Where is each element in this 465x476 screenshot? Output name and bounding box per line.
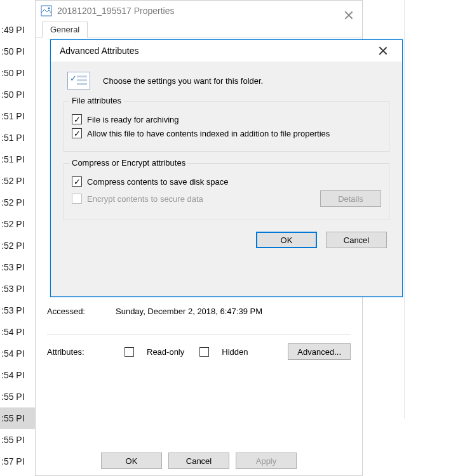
list-item[interactable]: :49 PI	[0, 19, 35, 41]
readonly-checkbox[interactable]	[125, 347, 134, 357]
encrypt-checkbox	[72, 194, 82, 204]
readonly-label: Read-only	[147, 347, 184, 357]
attributes-label: Attributes:	[47, 347, 116, 357]
list-item[interactable]: :51 PI	[0, 105, 35, 127]
advanced-title: Advanced Attributes	[60, 46, 139, 56]
list-item[interactable]: :55 PI	[0, 386, 35, 407]
advanced-cancel-button[interactable]: Cancel	[326, 232, 387, 248]
advanced-button[interactable]: Advanced...	[288, 343, 351, 360]
list-item[interactable]: :55 PI	[0, 407, 35, 429]
properties-title: 20181201_195517 Properties	[57, 6, 175, 16]
list-item[interactable]: :53 PI	[0, 278, 35, 300]
svg-point-1	[48, 8, 50, 10]
archive-label: File is ready for archiving	[87, 115, 179, 124]
compress-encrypt-group: Compress or Encrypt attributes Compress …	[64, 163, 389, 220]
list-item[interactable]: :52 PI	[0, 170, 35, 192]
hidden-label: Hidden	[222, 347, 248, 357]
image-file-icon	[41, 5, 52, 17]
background-time-list: :49 PI:50 PI:50 PI:50 PI:51 PI:51 PI:51 …	[0, 19, 35, 472]
file-attributes-legend: File attributes	[69, 96, 124, 105]
advanced-titlebar: Advanced Attributes	[51, 40, 402, 62]
details-button: Details	[320, 190, 381, 207]
encrypt-label: Encrypt contents to secure data	[87, 194, 203, 204]
list-item[interactable]: :54 PI	[0, 364, 35, 386]
list-item[interactable]: :51 PI	[0, 127, 35, 149]
index-label: Allow this file to have contents indexed…	[87, 129, 330, 138]
attributes-list-icon	[67, 72, 90, 89]
tab-general[interactable]: General	[42, 22, 88, 38]
list-item[interactable]: :53 PI	[0, 300, 35, 321]
file-attributes-group: File attributes File is ready for archiv…	[64, 101, 389, 152]
advanced-attributes-dialog: Advanced Attributes Choose the settings …	[50, 39, 403, 297]
list-item[interactable]: :54 PI	[0, 321, 35, 343]
compress-checkbox[interactable]	[72, 176, 82, 187]
properties-tabstrip: General	[36, 21, 362, 37]
list-item[interactable]: :52 PI	[0, 192, 35, 213]
advanced-intro-text: Choose the settings you want for this fo…	[103, 76, 263, 86]
divider	[47, 334, 351, 334]
accessed-label: Accessed:	[47, 307, 116, 316]
list-item[interactable]: :50 PI	[0, 41, 35, 62]
archive-checkbox[interactable]	[72, 114, 82, 124]
list-item[interactable]: :52 PI	[0, 235, 35, 256]
advanced-close-button[interactable]	[369, 41, 397, 60]
properties-footer: OK Cancel Apply	[36, 453, 362, 469]
compress-encrypt-legend: Compress or Encrypt attributes	[69, 158, 188, 168]
list-item[interactable]: :55 PI	[0, 429, 35, 451]
advanced-ok-button[interactable]: OK	[256, 232, 317, 248]
index-checkbox[interactable]	[72, 128, 82, 138]
properties-titlebar: 20181201_195517 Properties	[36, 1, 362, 21]
list-item[interactable]: :57 PI	[0, 451, 35, 472]
accessed-value: Sunday, December 2, 2018, 6:47:39 PM	[116, 307, 262, 316]
properties-cancel-button[interactable]: Cancel	[168, 453, 229, 469]
compress-label: Compress contents to save disk space	[87, 177, 229, 187]
hidden-checkbox[interactable]	[199, 347, 209, 357]
properties-apply-button[interactable]: Apply	[236, 453, 297, 469]
list-item[interactable]: :54 PI	[0, 343, 35, 364]
list-item[interactable]: :50 PI	[0, 84, 35, 105]
list-item[interactable]: :53 PI	[0, 256, 35, 278]
list-item[interactable]: :51 PI	[0, 149, 35, 170]
properties-ok-button[interactable]: OK	[101, 453, 162, 469]
list-item[interactable]: :52 PI	[0, 213, 35, 235]
list-item[interactable]: :50 PI	[0, 62, 35, 84]
divider	[404, 0, 405, 419]
